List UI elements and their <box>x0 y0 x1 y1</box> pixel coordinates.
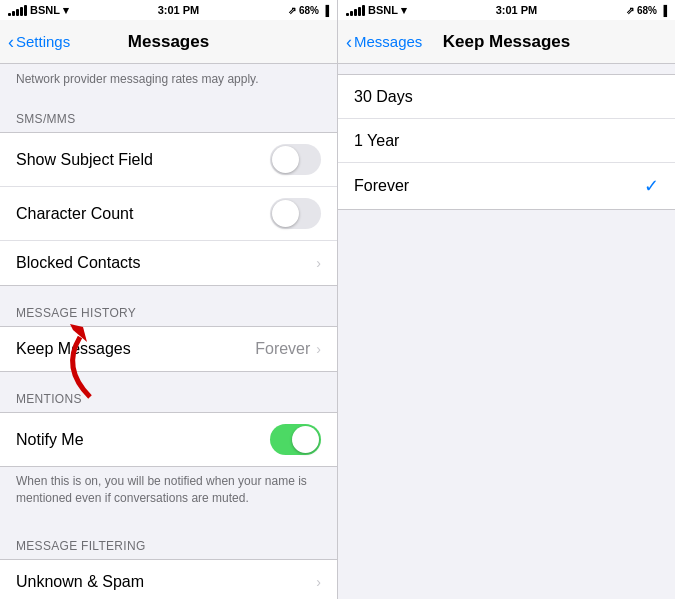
keep-messages-row[interactable]: Keep Messages Forever › <box>0 327 337 371</box>
unknown-spam-label: Unknown & Spam <box>16 573 144 591</box>
character-count-row[interactable]: Character Count <box>0 187 337 241</box>
signal-bar-r2 <box>350 11 353 16</box>
status-bar-right: BSNL ▾ 3:01 PM ⇗ 68% ▐ <box>338 0 675 20</box>
sms-section-header: SMS/MMS <box>0 92 337 132</box>
messages-back-button[interactable]: ‹ Messages <box>346 33 422 51</box>
notify-me-row[interactable]: Notify Me <box>0 413 337 466</box>
battery-icon: ▐ <box>322 5 329 16</box>
back-arrow-icon: ‹ <box>8 33 14 51</box>
1-year-row[interactable]: 1 Year <box>338 119 675 163</box>
character-count-toggle[interactable] <box>270 198 321 229</box>
keep-messages-value: Forever <box>255 340 310 358</box>
forever-checkmark: ✓ <box>644 175 659 197</box>
signal-bar-r1 <box>346 13 349 16</box>
back-arrow-icon-right: ‹ <box>346 33 352 51</box>
left-content: Network provider messaging rates may app… <box>0 64 337 599</box>
character-count-label: Character Count <box>16 205 133 223</box>
signal-bar-r4 <box>358 7 361 16</box>
keep-messages-list: 30 Days 1 Year Forever ✓ <box>338 74 675 210</box>
history-settings-group: Keep Messages Forever › <box>0 326 337 372</box>
toggle-knob-2 <box>272 200 299 227</box>
status-bar-right-left-content: BSNL ▾ <box>346 4 407 17</box>
status-bar-right-right-content: ⇗ 68% ▐ <box>626 5 667 16</box>
back-label: Settings <box>16 33 70 50</box>
right-content: 30 Days 1 Year Forever ✓ <box>338 64 675 599</box>
right-nav-bar: ‹ Messages Keep Messages <box>338 20 675 64</box>
status-bar-right-content: ⇗ 68% ▐ <box>288 5 329 16</box>
signal-bar-3 <box>16 9 19 16</box>
wifi-icon: ▾ <box>63 4 69 17</box>
keep-messages-right: Forever › <box>255 340 321 358</box>
settings-back-button[interactable]: ‹ Settings <box>8 33 70 51</box>
carrier-label: BSNL <box>30 4 60 16</box>
history-section-header: MESSAGE HISTORY <box>0 286 337 326</box>
time-display-right: 3:01 PM <box>496 4 538 16</box>
filtering-settings-group: Unknown & Spam › <box>0 559 337 599</box>
status-bar-left-content: BSNL ▾ <box>8 4 69 17</box>
blocked-contacts-row[interactable]: Blocked Contacts › <box>0 241 337 285</box>
mentions-footer: When this is on, you will be notified wh… <box>0 467 337 519</box>
show-subject-field-toggle[interactable] <box>270 144 321 175</box>
1-year-label: 1 Year <box>354 132 399 150</box>
location-icon: ⇗ <box>288 5 296 16</box>
signal-bar-5 <box>24 5 27 16</box>
signal-bar-1 <box>8 13 11 16</box>
back-label-right: Messages <box>354 33 422 50</box>
page-title: Messages <box>128 32 209 52</box>
blocked-contacts-chevron: › <box>316 255 321 271</box>
signal-bars <box>8 5 27 16</box>
battery-percentage: 68% <box>299 5 319 16</box>
left-screen: BSNL ▾ 3:01 PM ⇗ 68% ▐ ‹ Settings Messag… <box>0 0 337 599</box>
signal-bar-2 <box>12 11 15 16</box>
show-subject-field-row[interactable]: Show Subject Field <box>0 133 337 187</box>
signal-bar-r3 <box>354 9 357 16</box>
right-screen: BSNL ▾ 3:01 PM ⇗ 68% ▐ ‹ Messages Keep M… <box>338 0 675 599</box>
battery-percentage-right: 68% <box>637 5 657 16</box>
network-note: Network provider messaging rates may app… <box>0 64 337 92</box>
signal-bar-4 <box>20 7 23 16</box>
toggle-knob <box>272 146 299 173</box>
keep-messages-label: Keep Messages <box>16 340 131 358</box>
mentions-section-header: MENTIONS <box>0 372 337 412</box>
30-days-row[interactable]: 30 Days <box>338 75 675 119</box>
location-icon-right: ⇗ <box>626 5 634 16</box>
filtering-section-header: MESSAGE FILTERING <box>0 519 337 559</box>
30-days-label: 30 Days <box>354 88 413 106</box>
forever-label: Forever <box>354 177 409 195</box>
forever-row[interactable]: Forever ✓ <box>338 163 675 209</box>
battery-icon-right: ▐ <box>660 5 667 16</box>
keep-messages-chevron: › <box>316 341 321 357</box>
unknown-spam-row[interactable]: Unknown & Spam › <box>0 560 337 599</box>
show-subject-field-label: Show Subject Field <box>16 151 153 169</box>
unknown-spam-chevron: › <box>316 574 321 590</box>
mentions-settings-group: Notify Me <box>0 412 337 467</box>
sms-settings-group: Show Subject Field Character Count Block… <box>0 132 337 286</box>
notify-me-toggle[interactable] <box>270 424 321 455</box>
signal-bars-right <box>346 5 365 16</box>
carrier-label-right: BSNL <box>368 4 398 16</box>
time-display: 3:01 PM <box>158 4 200 16</box>
toggle-knob-3 <box>292 426 319 453</box>
signal-bar-r5 <box>362 5 365 16</box>
blocked-contacts-label: Blocked Contacts <box>16 254 141 272</box>
left-nav-bar: ‹ Settings Messages <box>0 20 337 64</box>
notify-me-label: Notify Me <box>16 431 84 449</box>
status-bar-left: BSNL ▾ 3:01 PM ⇗ 68% ▐ <box>0 0 337 20</box>
wifi-icon-right: ▾ <box>401 4 407 17</box>
right-page-title: Keep Messages <box>443 32 571 52</box>
